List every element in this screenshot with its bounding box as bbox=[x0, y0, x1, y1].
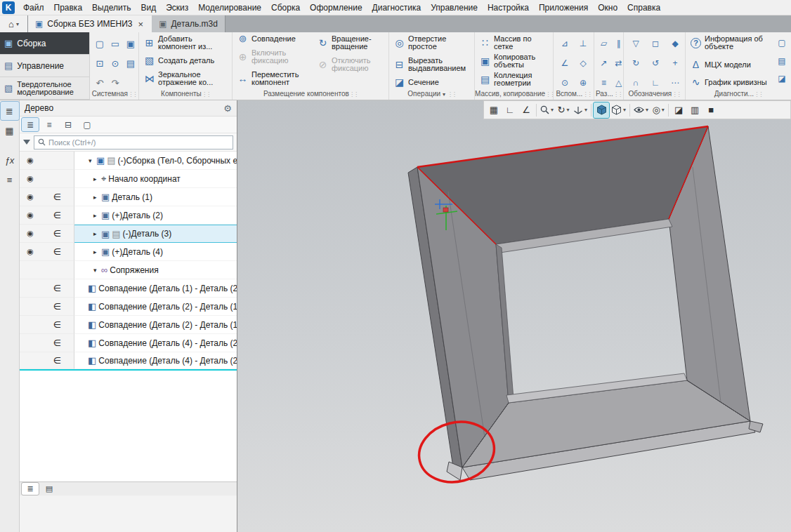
tree-row-body[interactable]: (+)Деталь (2) bbox=[74, 206, 237, 225]
hide-objects-icon[interactable] bbox=[632, 102, 650, 118]
display-mode-icon[interactable] bbox=[610, 102, 627, 118]
mirror-component-button[interactable]: ⋈ Зеркальное отражение ко... bbox=[142, 70, 229, 87]
sheet-icon[interactable]: ▤ bbox=[124, 56, 138, 70]
tree-row-body[interactable]: Совпадение (Деталь (4) - Деталь (2 bbox=[74, 352, 237, 369]
menu-item[interactable]: Сборка bbox=[266, 1, 305, 15]
tree-list-view-button[interactable]: ≡ bbox=[41, 118, 58, 131]
diagnostics-extra-icon[interactable]: ◪ bbox=[776, 72, 788, 86]
annotation-tool-icon[interactable]: ◆ bbox=[669, 36, 681, 51]
orientation-cube-button[interactable] bbox=[594, 102, 609, 118]
save-icon[interactable]: ▣ bbox=[124, 36, 138, 51]
annotation-tool-icon[interactable]: ◻ bbox=[649, 36, 662, 51]
visibility-eye-icon[interactable] bbox=[20, 229, 41, 238]
curvature-graph-button[interactable]: ∿ График кривизны bbox=[688, 78, 774, 87]
app-logo[interactable]: K bbox=[2, 1, 15, 14]
model-3d[interactable] bbox=[237, 100, 791, 532]
object-info-button[interactable]: ? Информация об объекте bbox=[688, 34, 774, 51]
menu-item[interactable]: Настройка bbox=[483, 1, 534, 15]
visibility-eye-icon[interactable] bbox=[20, 211, 41, 220]
operations-dropdown-icon[interactable]: ▾ bbox=[443, 91, 445, 98]
plane-angle-icon[interactable]: ∠ bbox=[518, 102, 534, 118]
parameters-panel-toggle[interactable]: ▦ bbox=[1, 121, 19, 140]
annotation-tool-icon[interactable]: ∟ bbox=[649, 76, 662, 89]
projection-grid-icon[interactable]: ▥ bbox=[687, 102, 702, 118]
bottom-tab-secondary[interactable]: ▤ bbox=[41, 483, 58, 495]
tree-row[interactable]: (-)Сборка (Тел-0, Сборочных едини bbox=[20, 152, 237, 170]
simple-hole-button[interactable]: ◎ Отверстие простое bbox=[392, 34, 471, 51]
tree-row-body[interactable]: (+)Деталь (4) bbox=[74, 243, 237, 261]
membership-icon[interactable] bbox=[41, 301, 74, 312]
clip-plane-icon[interactable]: ◎ bbox=[651, 102, 666, 118]
tree-row[interactable]: Совпадение (Деталь (2) - Деталь (1 bbox=[20, 298, 237, 316]
panels-menu-button[interactable]: ≡ bbox=[1, 171, 19, 189]
tree-panel-toggle[interactable]: ≣ bbox=[1, 102, 19, 120]
enable-fixation-button[interactable]: ⊕ Включить фиксацию bbox=[235, 48, 314, 65]
membership-icon[interactable] bbox=[41, 192, 74, 202]
tree-row-body[interactable]: Начало координат bbox=[74, 170, 237, 188]
tree-row[interactable]: Деталь (1) bbox=[20, 188, 237, 206]
tree-row-body[interactable]: Совпадение (Деталь (2) - Деталь (1 bbox=[74, 298, 237, 316]
annotation-tool-icon[interactable]: ↻ bbox=[629, 56, 642, 70]
annotation-tool-icon[interactable]: ▽ bbox=[629, 36, 642, 51]
add-component-button[interactable]: ⊞ Добавить компонент из... bbox=[142, 34, 229, 51]
preview-icon[interactable]: ⊙ bbox=[109, 56, 122, 70]
aux-tool-icon[interactable]: ⊕ bbox=[577, 76, 589, 89]
dimension-tool-icon[interactable]: ↗ bbox=[598, 56, 610, 70]
disable-fixation-button[interactable]: ⊘ Отключить фиксацию bbox=[315, 56, 386, 73]
dimension-tool-icon[interactable]: ∥ bbox=[613, 36, 624, 51]
tab-assembly[interactable]: ▣ Сборка БЕЗ ИМЕНИ3 × bbox=[28, 15, 152, 32]
dimension-tool-icon[interactable]: △ bbox=[613, 76, 624, 89]
membership-icon[interactable] bbox=[41, 338, 74, 348]
filter-funnel-icon[interactable] bbox=[23, 140, 30, 145]
tree-row[interactable]: Совпадение (Деталь (2) - Деталь (1 bbox=[20, 316, 237, 334]
copy-objects-button[interactable]: ▣ Копировать объекты bbox=[478, 53, 550, 69]
membership-icon[interactable] bbox=[41, 228, 74, 239]
menu-item[interactable]: Выделить bbox=[87, 1, 136, 15]
search-box[interactable] bbox=[34, 135, 233, 149]
tree-row[interactable]: Совпадение (Деталь (4) - Деталь (2 bbox=[20, 334, 237, 352]
tree-selection-button[interactable]: ▢ bbox=[79, 118, 96, 131]
undo-icon[interactable]: ↶ bbox=[93, 76, 107, 89]
expand-arrow-icon[interactable] bbox=[93, 194, 101, 201]
tree-row-body[interactable]: Совпадение (Деталь (1) - Деталь (2 bbox=[74, 279, 237, 298]
tree-row-body[interactable]: Деталь (1) bbox=[74, 188, 237, 206]
variables-panel-toggle[interactable]: ƒx bbox=[1, 151, 19, 169]
coincide-button[interactable]: ⊚ Совпадение bbox=[235, 34, 314, 44]
menu-item[interactable]: Вид bbox=[136, 1, 161, 15]
tab-part[interactable]: ▣ Деталь.m3d bbox=[152, 15, 225, 32]
tree-row[interactable]: Совпадение (Деталь (1) - Деталь (2 bbox=[20, 279, 237, 298]
extra-tool-icon[interactable]: ■ bbox=[703, 102, 719, 118]
tree-row[interactable]: (+)Деталь (2) bbox=[20, 206, 237, 225]
tree-row[interactable]: Сопряжения bbox=[20, 261, 237, 279]
annotation-tool-icon[interactable]: ↺ bbox=[649, 56, 662, 70]
bottom-tab-tree[interactable]: ≣ bbox=[22, 483, 39, 495]
diagnostics-extra-icon[interactable]: ▢ bbox=[776, 36, 788, 50]
section-view-icon[interactable]: ◪ bbox=[671, 102, 686, 118]
tree-row[interactable]: (+)Деталь (4) bbox=[20, 243, 237, 261]
snap-grid-icon[interactable]: ▦ bbox=[486, 102, 502, 118]
membership-icon[interactable] bbox=[41, 355, 74, 366]
menu-item[interactable]: Файл bbox=[18, 1, 49, 15]
create-part-button[interactable]: ▧ Создать деталь bbox=[142, 56, 229, 65]
menu-item[interactable]: Правка bbox=[49, 1, 88, 15]
tree-row[interactable]: Совпадение (Деталь (4) - Деталь (2 bbox=[20, 352, 237, 371]
aux-tool-icon[interactable]: ⊥ bbox=[577, 36, 589, 51]
menu-item[interactable]: Оформление bbox=[305, 1, 367, 15]
tree-row-body[interactable]: Сопряжения bbox=[74, 261, 237, 279]
mode-management[interactable]: ▤ Управление bbox=[0, 55, 89, 77]
viewport-3d[interactable]: ▦ ∟ ∠ ↻ bbox=[237, 100, 791, 532]
dimension-tool-icon[interactable]: ▱ bbox=[598, 36, 610, 51]
menu-item[interactable]: Приложения bbox=[534, 1, 593, 15]
visibility-eye-icon[interactable] bbox=[20, 174, 41, 183]
aux-tool-icon[interactable]: ∠ bbox=[558, 56, 571, 70]
move-component-button[interactable]: ↔ Переместить компонент bbox=[235, 70, 314, 87]
dimension-tool-icon[interactable]: ≡ bbox=[598, 76, 610, 89]
expand-arrow-icon[interactable] bbox=[93, 212, 101, 219]
cut-extrude-button[interactable]: ⊟ Вырезать выдавливанием bbox=[392, 56, 471, 73]
expand-arrow-icon[interactable] bbox=[93, 230, 101, 237]
expand-arrow-icon[interactable] bbox=[93, 175, 101, 182]
expand-arrow-icon[interactable] bbox=[93, 248, 101, 255]
menu-item[interactable]: Диагностика bbox=[367, 1, 426, 15]
normal-view-icon[interactable]: ∟ bbox=[502, 102, 518, 118]
aux-tool-icon[interactable]: ◇ bbox=[577, 56, 589, 70]
